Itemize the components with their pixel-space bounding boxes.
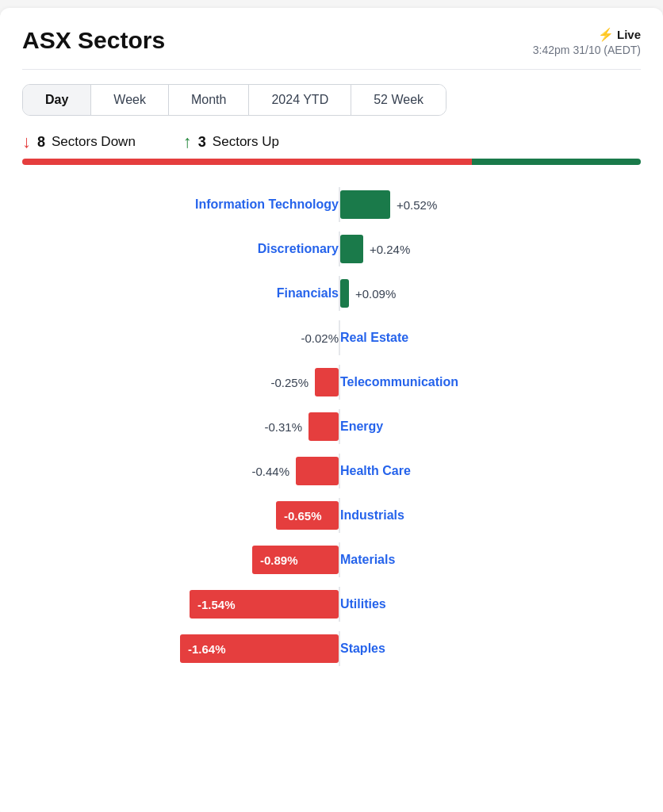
- bar-row: -0.25%Telecommunication: [22, 362, 641, 403]
- sector-label: Telecommunication: [340, 375, 458, 389]
- bar-row: -1.64%Staples: [22, 628, 641, 669]
- live-time: 3:42pm 31/10 (AEDT): [533, 44, 641, 56]
- positive-bar: [340, 235, 363, 263]
- negative-bar: [296, 457, 339, 485]
- pct-label: -0.25%: [270, 376, 309, 389]
- sector-label: Financials: [277, 286, 339, 301]
- bar-row: Information Technology+0.52%: [22, 184, 641, 225]
- tab-day[interactable]: Day: [23, 85, 91, 115]
- negative-bar: -0.65%: [276, 501, 339, 530]
- bar-row: -0.65%Industrials: [22, 495, 641, 536]
- sectors-down-summary: ↓ 8 Sectors Down: [22, 133, 136, 151]
- sector-label: Staples: [340, 642, 385, 656]
- bar-row: -0.89%Materials: [22, 539, 641, 580]
- sector-label: Discretionary: [258, 242, 339, 256]
- sector-label: Materials: [340, 553, 395, 567]
- bar-row: Financials+0.09%: [22, 273, 641, 314]
- up-count: 3: [198, 134, 206, 151]
- pct-label-inside: -0.89%: [260, 553, 298, 567]
- pct-label: -0.02%: [301, 331, 339, 345]
- live-badge: ⚡ Live 3:42pm 31/10 (AEDT): [533, 27, 641, 56]
- pct-label: +0.52%: [397, 198, 437, 212]
- arrow-up-icon: ↑: [183, 133, 192, 151]
- down-label: Sectors Down: [52, 134, 136, 150]
- live-row: ⚡ Live: [598, 27, 641, 42]
- page-header: ASX Sectors ⚡ Live 3:42pm 31/10 (AEDT): [22, 27, 641, 56]
- tab-ytd[interactable]: 2024 YTD: [249, 85, 351, 115]
- sector-label: Information Technology: [195, 197, 339, 212]
- bar-row: -1.54%Utilities: [22, 584, 641, 625]
- bar-row: Discretionary+0.24%: [22, 228, 641, 270]
- sectors-up-summary: ↑ 3 Sectors Up: [183, 133, 279, 151]
- sector-label: Health Care: [340, 464, 411, 478]
- progress-green-segment: [472, 159, 641, 165]
- sector-label: Utilities: [340, 597, 386, 611]
- negative-bar: [315, 368, 339, 396]
- pct-label: -0.31%: [264, 420, 302, 434]
- header-divider: [22, 69, 641, 70]
- negative-bar: [309, 412, 339, 441]
- sector-label: Real Estate: [340, 331, 408, 345]
- negative-bar: -0.89%: [252, 546, 339, 574]
- pct-label: +0.09%: [355, 287, 396, 301]
- bar-row: -0.02%Real Estate: [22, 317, 641, 358]
- page-title: ASX Sectors: [22, 27, 165, 54]
- negative-bar: -1.54%: [190, 590, 339, 619]
- arrow-down-icon: ↓: [22, 133, 31, 151]
- progress-red-segment: [22, 159, 472, 165]
- period-tabs: Day Week Month 2024 YTD 52 Week: [22, 84, 446, 116]
- bar-row: -0.44%Health Care: [22, 450, 641, 492]
- pct-label-inside: -1.64%: [188, 642, 226, 656]
- sectors-chart: Information Technology+0.52%Discretionar…: [22, 184, 641, 672]
- up-label: Sectors Up: [213, 134, 279, 150]
- bar-row: -0.31%Energy: [22, 406, 641, 447]
- sector-label: Industrials: [340, 508, 404, 523]
- up-down-progress-bar: [22, 159, 641, 165]
- tab-month[interactable]: Month: [169, 85, 249, 115]
- down-count: 8: [37, 134, 45, 151]
- live-label: Live: [617, 28, 641, 41]
- pct-label-inside: -1.54%: [197, 598, 236, 611]
- tab-week[interactable]: Week: [91, 85, 169, 115]
- negative-bar: -1.64%: [180, 634, 339, 663]
- live-bolt-icon: ⚡: [598, 27, 614, 42]
- tab-52week[interactable]: 52 Week: [351, 85, 446, 115]
- summary-row: ↓ 8 Sectors Down ↑ 3 Sectors Up: [22, 133, 641, 151]
- positive-bar: [340, 279, 349, 308]
- positive-bar: [340, 190, 390, 219]
- asx-sectors-card: ASX Sectors ⚡ Live 3:42pm 31/10 (AEDT) D…: [0, 8, 663, 812]
- pct-label-inside: -0.65%: [284, 509, 322, 523]
- pct-label: +0.24%: [370, 243, 410, 256]
- pct-label: -0.44%: [251, 465, 289, 478]
- sector-label: Energy: [340, 419, 383, 434]
